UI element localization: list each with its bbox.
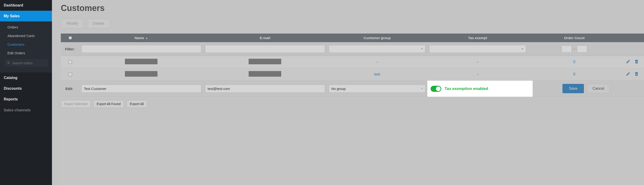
filter-order-min[interactable]: [562, 46, 572, 53]
page-title: Customers: [61, 0, 644, 16]
range-separator: -: [574, 47, 575, 51]
sidebar-sub-customers[interactable]: Customers: [0, 40, 52, 49]
sidebar-item-catalog[interactable]: Catalog: [0, 72, 52, 83]
header-order-count[interactable]: Order Count: [528, 36, 621, 40]
sidebar-item-my-sales[interactable]: My Sales: [0, 11, 52, 22]
select-all-checkbox[interactable]: [69, 36, 72, 40]
bulk-action-row: Modify Delete: [61, 19, 644, 28]
header-group[interactable]: Customer group: [327, 36, 427, 40]
export-row: Export Selected Export All Found Export …: [61, 100, 644, 108]
edit-row: Edit: No group Save Cancel: [61, 80, 644, 97]
sidebar-item-discounts[interactable]: Discounts: [0, 83, 52, 94]
row-order-count[interactable]: 0: [528, 60, 621, 64]
delete-icon[interactable]: [634, 59, 639, 65]
redacted-email: [248, 59, 281, 64]
header-name-label: Name: [135, 36, 144, 40]
filter-order-count-range: -: [528, 46, 621, 53]
sidebar: Dashboard My Sales Orders Abandoned Cart…: [0, 0, 52, 185]
row-actions: [621, 72, 644, 77]
search-icon: [7, 61, 10, 65]
sidebar-sub-abandoned-carts[interactable]: Abandoned Carts: [0, 32, 52, 40]
sidebar-item-dashboard[interactable]: Dashboard: [0, 0, 52, 11]
search-input[interactable]: [12, 61, 53, 65]
sidebar-submenu: Orders Abandoned Carts Customers Edit Or…: [0, 22, 52, 72]
edit-name-input[interactable]: [81, 84, 201, 93]
tax-exemption-label: Tax exemption enabled: [444, 86, 488, 91]
filter-tax-select[interactable]: [429, 45, 526, 53]
sidebar-item-reports[interactable]: Reports: [0, 94, 52, 104]
header-name[interactable]: Name ▲: [80, 36, 203, 40]
row-tax: -: [427, 72, 528, 76]
filter-order-max[interactable]: [577, 46, 587, 53]
table-header: Name ▲ E-mail Customer group Tax exempt …: [61, 34, 644, 42]
row-group: -: [327, 60, 427, 64]
redacted-email: [248, 71, 281, 77]
delete-button[interactable]: Delete: [87, 19, 110, 28]
sidebar-item-sales-channels[interactable]: Sales channels: [0, 104, 52, 116]
tax-exemption-highlight: Tax exemption enabled: [427, 80, 532, 97]
tax-exemption-toggle[interactable]: [430, 86, 441, 92]
redacted-name: [125, 59, 158, 64]
header-tax[interactable]: Tax exempt: [427, 36, 528, 40]
save-button[interactable]: Save: [562, 84, 584, 93]
edit-icon[interactable]: [626, 72, 630, 77]
modify-button[interactable]: Modify: [61, 19, 84, 28]
delete-icon[interactable]: [634, 72, 639, 77]
sidebar-search[interactable]: [5, 59, 48, 67]
export-all-button[interactable]: Export All: [126, 100, 147, 108]
header-email[interactable]: E-mail: [203, 36, 327, 40]
filter-row: Filter: -: [61, 42, 644, 56]
row-group-link[interactable]: test: [327, 72, 427, 76]
filter-group-select[interactable]: [329, 45, 426, 53]
row-checkbox[interactable]: [68, 60, 72, 64]
main-content: Customers Modify Delete Name ▲ E-mail Cu…: [52, 0, 644, 185]
filter-name-input[interactable]: [81, 45, 201, 53]
sidebar-sub-edit-orders[interactable]: Edit Orders: [0, 49, 52, 57]
redacted-name: [125, 71, 158, 77]
sort-asc-icon: ▲: [146, 36, 148, 40]
edit-email-input[interactable]: [205, 84, 325, 93]
row-actions: [621, 59, 644, 65]
cancel-button[interactable]: Cancel: [587, 84, 610, 93]
row-tax: -: [427, 60, 528, 64]
edit-icon[interactable]: [626, 59, 630, 65]
header-checkbox-cell: [61, 36, 80, 40]
row-order-count[interactable]: 0: [528, 72, 621, 76]
row-checkbox[interactable]: [68, 72, 72, 76]
filter-email-input[interactable]: [205, 45, 325, 53]
sidebar-sub-orders[interactable]: Orders: [0, 23, 52, 32]
edit-label: Edit:: [61, 87, 80, 91]
table-row: - - 0: [61, 56, 644, 68]
filter-label: Filter:: [61, 47, 80, 51]
table-row: test - 0: [61, 68, 644, 80]
edit-group-select[interactable]: No group: [329, 84, 426, 93]
export-selected-button[interactable]: Export Selected: [61, 100, 91, 108]
export-all-found-button[interactable]: Export All Found: [93, 100, 124, 108]
